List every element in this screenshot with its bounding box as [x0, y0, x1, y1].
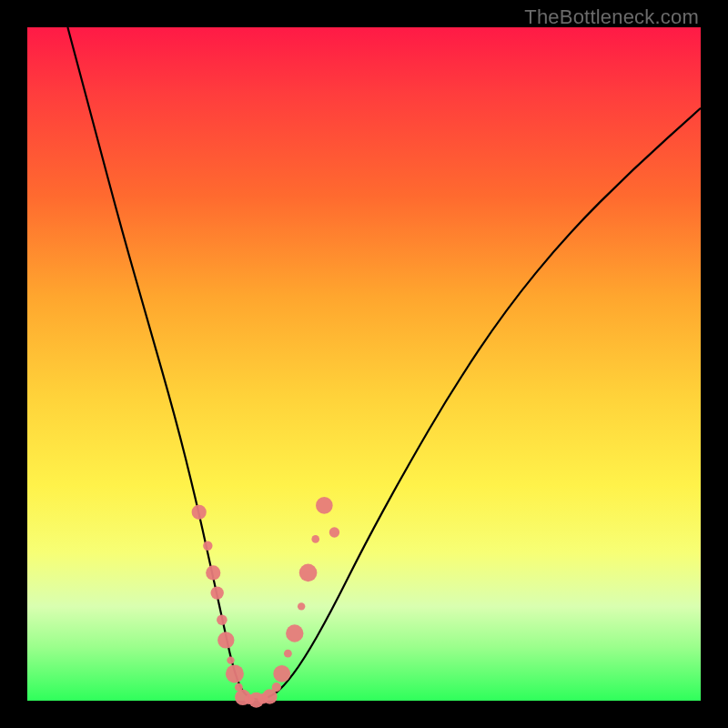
data-marker: [329, 527, 339, 537]
bottleneck-curve: [67, 27, 701, 700]
data-marker: [226, 664, 244, 682]
chart-frame: TheBottleneck.com: [0, 0, 728, 728]
chart-svg: [27, 27, 701, 701]
data-marker: [298, 602, 305, 610]
data-marker: [299, 564, 318, 582]
plot-area: [27, 27, 701, 701]
data-marker: [206, 565, 220, 580]
data-marker: [272, 682, 281, 692]
data-marker: [217, 632, 234, 648]
marker-layer: [192, 497, 340, 708]
data-marker: [203, 541, 212, 551]
data-marker: [286, 624, 303, 642]
data-marker: [210, 586, 223, 599]
data-marker: [217, 614, 228, 625]
data-marker: [284, 650, 292, 658]
data-marker: [273, 665, 290, 682]
data-marker: [227, 656, 234, 663]
data-marker: [311, 535, 319, 543]
watermark-text: TheBottleneck.com: [524, 5, 699, 29]
data-marker: [192, 505, 207, 520]
data-marker: [316, 497, 333, 514]
